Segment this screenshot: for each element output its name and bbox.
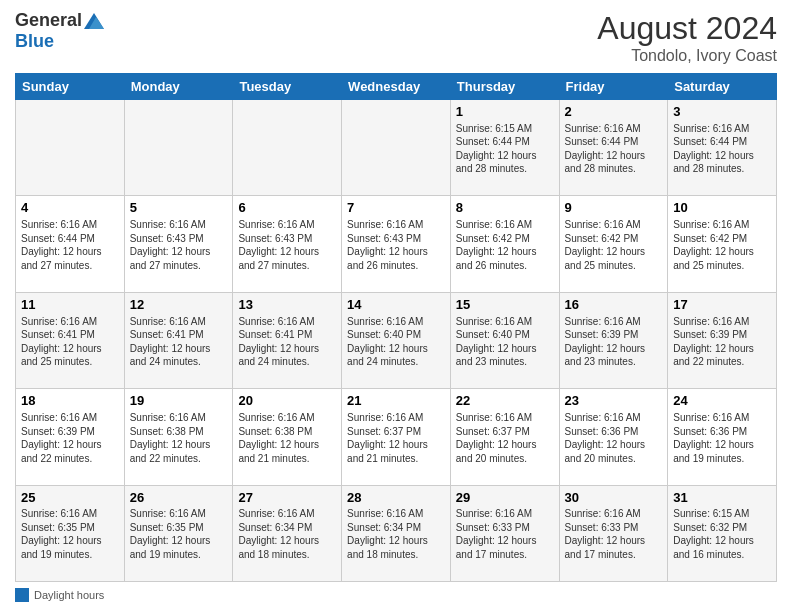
- calendar-cell: 5Sunrise: 6:16 AM Sunset: 6:43 PM Daylig…: [124, 196, 233, 292]
- calendar-cell: 21Sunrise: 6:16 AM Sunset: 6:37 PM Dayli…: [342, 389, 451, 485]
- calendar-cell: 12Sunrise: 6:16 AM Sunset: 6:41 PM Dayli…: [124, 292, 233, 388]
- calendar-cell: 25Sunrise: 6:16 AM Sunset: 6:35 PM Dayli…: [16, 485, 125, 581]
- calendar-cell: 29Sunrise: 6:16 AM Sunset: 6:33 PM Dayli…: [450, 485, 559, 581]
- calendar-cell: 23Sunrise: 6:16 AM Sunset: 6:36 PM Dayli…: [559, 389, 668, 485]
- logo-text: General: [15, 10, 104, 31]
- day-number: 25: [21, 490, 119, 507]
- col-wednesday: Wednesday: [342, 74, 451, 100]
- day-info: Sunrise: 6:16 AM Sunset: 6:41 PM Dayligh…: [130, 315, 228, 369]
- day-number: 22: [456, 393, 554, 410]
- day-number: 4: [21, 200, 119, 217]
- calendar-week-2: 4Sunrise: 6:16 AM Sunset: 6:44 PM Daylig…: [16, 196, 777, 292]
- col-thursday: Thursday: [450, 74, 559, 100]
- col-friday: Friday: [559, 74, 668, 100]
- calendar-week-3: 11Sunrise: 6:16 AM Sunset: 6:41 PM Dayli…: [16, 292, 777, 388]
- day-info: Sunrise: 6:16 AM Sunset: 6:44 PM Dayligh…: [21, 218, 119, 272]
- calendar-cell: 1Sunrise: 6:15 AM Sunset: 6:44 PM Daylig…: [450, 100, 559, 196]
- day-number: 16: [565, 297, 663, 314]
- day-info: Sunrise: 6:16 AM Sunset: 6:33 PM Dayligh…: [456, 507, 554, 561]
- day-number: 21: [347, 393, 445, 410]
- calendar-cell: 2Sunrise: 6:16 AM Sunset: 6:44 PM Daylig…: [559, 100, 668, 196]
- calendar-cell: [233, 100, 342, 196]
- calendar-cell: 31Sunrise: 6:15 AM Sunset: 6:32 PM Dayli…: [668, 485, 777, 581]
- day-info: Sunrise: 6:16 AM Sunset: 6:34 PM Dayligh…: [347, 507, 445, 561]
- day-info: Sunrise: 6:16 AM Sunset: 6:35 PM Dayligh…: [130, 507, 228, 561]
- day-number: 19: [130, 393, 228, 410]
- calendar-cell: 18Sunrise: 6:16 AM Sunset: 6:39 PM Dayli…: [16, 389, 125, 485]
- day-info: Sunrise: 6:16 AM Sunset: 6:43 PM Dayligh…: [130, 218, 228, 272]
- calendar-cell: [16, 100, 125, 196]
- month-year-title: August 2024: [597, 10, 777, 47]
- day-info: Sunrise: 6:15 AM Sunset: 6:44 PM Dayligh…: [456, 122, 554, 176]
- day-info: Sunrise: 6:16 AM Sunset: 6:40 PM Dayligh…: [456, 315, 554, 369]
- day-info: Sunrise: 6:16 AM Sunset: 6:43 PM Dayligh…: [347, 218, 445, 272]
- day-number: 17: [673, 297, 771, 314]
- day-info: Sunrise: 6:16 AM Sunset: 6:42 PM Dayligh…: [565, 218, 663, 272]
- legend-color-box: [15, 588, 29, 602]
- day-number: 14: [347, 297, 445, 314]
- calendar-cell: 30Sunrise: 6:16 AM Sunset: 6:33 PM Dayli…: [559, 485, 668, 581]
- calendar-week-1: 1Sunrise: 6:15 AM Sunset: 6:44 PM Daylig…: [16, 100, 777, 196]
- day-info: Sunrise: 6:15 AM Sunset: 6:32 PM Dayligh…: [673, 507, 771, 561]
- day-number: 23: [565, 393, 663, 410]
- day-info: Sunrise: 6:16 AM Sunset: 6:38 PM Dayligh…: [238, 411, 336, 465]
- calendar-cell: 14Sunrise: 6:16 AM Sunset: 6:40 PM Dayli…: [342, 292, 451, 388]
- col-saturday: Saturday: [668, 74, 777, 100]
- day-number: 5: [130, 200, 228, 217]
- day-info: Sunrise: 6:16 AM Sunset: 6:36 PM Dayligh…: [565, 411, 663, 465]
- calendar-cell: 24Sunrise: 6:16 AM Sunset: 6:36 PM Dayli…: [668, 389, 777, 485]
- day-info: Sunrise: 6:16 AM Sunset: 6:36 PM Dayligh…: [673, 411, 771, 465]
- location-subtitle: Tondolo, Ivory Coast: [597, 47, 777, 65]
- legend: Daylight hours: [15, 588, 777, 602]
- header: General Blue August 2024 Tondolo, Ivory …: [15, 10, 777, 65]
- day-info: Sunrise: 6:16 AM Sunset: 6:42 PM Dayligh…: [456, 218, 554, 272]
- calendar-cell: 22Sunrise: 6:16 AM Sunset: 6:37 PM Dayli…: [450, 389, 559, 485]
- day-info: Sunrise: 6:16 AM Sunset: 6:43 PM Dayligh…: [238, 218, 336, 272]
- day-info: Sunrise: 6:16 AM Sunset: 6:34 PM Dayligh…: [238, 507, 336, 561]
- day-info: Sunrise: 6:16 AM Sunset: 6:35 PM Dayligh…: [21, 507, 119, 561]
- day-info: Sunrise: 6:16 AM Sunset: 6:41 PM Dayligh…: [21, 315, 119, 369]
- day-number: 15: [456, 297, 554, 314]
- day-info: Sunrise: 6:16 AM Sunset: 6:39 PM Dayligh…: [565, 315, 663, 369]
- calendar-cell: 16Sunrise: 6:16 AM Sunset: 6:39 PM Dayli…: [559, 292, 668, 388]
- day-number: 31: [673, 490, 771, 507]
- calendar-cell: [342, 100, 451, 196]
- col-sunday: Sunday: [16, 74, 125, 100]
- day-number: 13: [238, 297, 336, 314]
- day-number: 30: [565, 490, 663, 507]
- day-number: 10: [673, 200, 771, 217]
- day-info: Sunrise: 6:16 AM Sunset: 6:42 PM Dayligh…: [673, 218, 771, 272]
- day-number: 3: [673, 104, 771, 121]
- day-number: 7: [347, 200, 445, 217]
- day-number: 26: [130, 490, 228, 507]
- calendar-cell: 19Sunrise: 6:16 AM Sunset: 6:38 PM Dayli…: [124, 389, 233, 485]
- day-number: 2: [565, 104, 663, 121]
- calendar-cell: 28Sunrise: 6:16 AM Sunset: 6:34 PM Dayli…: [342, 485, 451, 581]
- page: General Blue August 2024 Tondolo, Ivory …: [0, 0, 792, 612]
- day-info: Sunrise: 6:16 AM Sunset: 6:40 PM Dayligh…: [347, 315, 445, 369]
- calendar-cell: 11Sunrise: 6:16 AM Sunset: 6:41 PM Dayli…: [16, 292, 125, 388]
- title-section: August 2024 Tondolo, Ivory Coast: [597, 10, 777, 65]
- col-tuesday: Tuesday: [233, 74, 342, 100]
- calendar-cell: 10Sunrise: 6:16 AM Sunset: 6:42 PM Dayli…: [668, 196, 777, 292]
- day-number: 9: [565, 200, 663, 217]
- day-info: Sunrise: 6:16 AM Sunset: 6:37 PM Dayligh…: [347, 411, 445, 465]
- day-info: Sunrise: 6:16 AM Sunset: 6:41 PM Dayligh…: [238, 315, 336, 369]
- logo-icon: [84, 13, 104, 29]
- logo-blue-text: Blue: [15, 31, 54, 52]
- day-number: 28: [347, 490, 445, 507]
- day-number: 8: [456, 200, 554, 217]
- day-number: 29: [456, 490, 554, 507]
- day-number: 18: [21, 393, 119, 410]
- calendar-cell: 8Sunrise: 6:16 AM Sunset: 6:42 PM Daylig…: [450, 196, 559, 292]
- col-monday: Monday: [124, 74, 233, 100]
- day-number: 27: [238, 490, 336, 507]
- calendar-cell: 6Sunrise: 6:16 AM Sunset: 6:43 PM Daylig…: [233, 196, 342, 292]
- day-info: Sunrise: 6:16 AM Sunset: 6:38 PM Dayligh…: [130, 411, 228, 465]
- calendar-cell: 27Sunrise: 6:16 AM Sunset: 6:34 PM Dayli…: [233, 485, 342, 581]
- day-info: Sunrise: 6:16 AM Sunset: 6:33 PM Dayligh…: [565, 507, 663, 561]
- day-number: 12: [130, 297, 228, 314]
- day-info: Sunrise: 6:16 AM Sunset: 6:39 PM Dayligh…: [673, 315, 771, 369]
- calendar-cell: 20Sunrise: 6:16 AM Sunset: 6:38 PM Dayli…: [233, 389, 342, 485]
- calendar-week-5: 25Sunrise: 6:16 AM Sunset: 6:35 PM Dayli…: [16, 485, 777, 581]
